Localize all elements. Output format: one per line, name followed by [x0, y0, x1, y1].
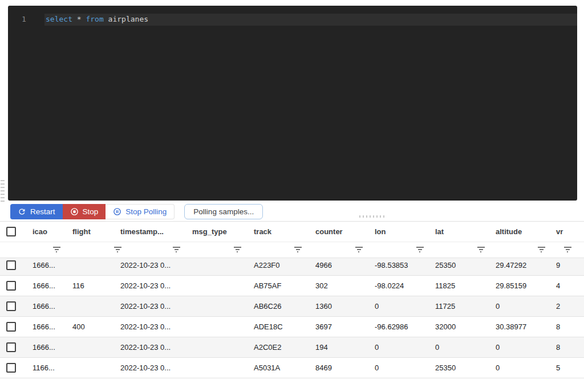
row-checkbox[interactable]	[6, 260, 16, 270]
column-header-lon[interactable]: lon	[368, 227, 429, 236]
filter-icon[interactable]	[294, 247, 302, 253]
cell-vr: 5	[550, 364, 584, 372]
table-row: 1666...2022-10-23 0...A2C0E21940008	[0, 337, 584, 358]
cell-lat: 11725	[429, 302, 489, 311]
cell-track: A223F0	[248, 261, 309, 270]
cell-lon: -96.62986	[368, 322, 429, 331]
sql-editor[interactable]: 1 select * from airplanes	[8, 6, 577, 201]
editor-code-line: select * from airplanes	[46, 14, 148, 25]
row-checkbox-cell	[0, 260, 26, 270]
cell-counter: 4966	[309, 261, 368, 270]
cell-flight: 400	[66, 322, 114, 331]
row-checkbox[interactable]	[6, 363, 16, 373]
cell-altitude: 30.38977	[489, 322, 550, 331]
cell-vr: 8	[550, 343, 584, 352]
row-checkbox[interactable]	[6, 322, 16, 332]
cell-lon: 0	[368, 364, 429, 372]
polling-samples-button[interactable]: Polling samples...	[184, 204, 263, 219]
sql-operator-star: *	[77, 15, 82, 23]
cell-lat: 0	[429, 343, 489, 352]
restart-button-label: Restart	[30, 207, 55, 216]
cell-counter: 194	[309, 343, 368, 352]
filter-icon[interactable]	[233, 247, 241, 253]
sql-query-tool: 1 select * from airplanes Restart Stop S…	[0, 0, 584, 392]
cell-track: A2C0E2	[248, 343, 309, 352]
row-checkbox[interactable]	[6, 281, 16, 291]
cell-counter: 302	[309, 281, 368, 290]
cell-timestamp: 2022-10-23 0...	[114, 364, 186, 372]
table-header-row: icaoflighttimestamp...msg_typetrackcount…	[0, 222, 584, 242]
table-row: 1666...1162022-10-23 0...AB75AF302-98.02…	[0, 276, 584, 296]
cell-track: AB75AF	[248, 281, 309, 290]
editor-line-number: 1	[8, 14, 40, 25]
cell-vr: 8	[550, 322, 584, 331]
cell-track: ADE18C	[248, 322, 309, 331]
cell-altitude: 0	[489, 364, 550, 372]
horizontal-drag-handle[interactable]	[359, 215, 386, 218]
row-checkbox[interactable]	[6, 301, 16, 311]
filter-icon[interactable]	[537, 247, 545, 253]
column-header-flight[interactable]: flight	[66, 227, 114, 236]
cell-icao: 1666...	[26, 322, 66, 331]
stop-button[interactable]: Stop	[63, 204, 106, 219]
cell-lat: 25350	[429, 364, 489, 372]
restart-button[interactable]: Restart	[10, 204, 63, 219]
column-header-counter[interactable]: counter	[309, 227, 368, 236]
filter-icon[interactable]	[477, 247, 485, 253]
row-checkbox-cell	[0, 322, 26, 332]
stop-polling-button-label: Stop Polling	[125, 207, 167, 216]
row-checkbox-cell	[0, 342, 26, 352]
filter-icon[interactable]	[172, 247, 180, 253]
cell-altitude: 0	[489, 343, 550, 352]
cell-icao: 1666...	[26, 281, 66, 290]
cell-lat: 32000	[429, 322, 489, 331]
row-checkbox-cell	[0, 281, 26, 291]
cell-altitude: 29.47292	[489, 261, 550, 270]
cell-icao: 1666...	[26, 343, 66, 352]
toolbar: Restart Stop Stop Polling Polling sample…	[10, 204, 263, 219]
row-checkbox[interactable]	[6, 342, 16, 352]
filter-icon[interactable]	[416, 247, 424, 253]
column-header-timestamp[interactable]: timestamp...	[114, 227, 186, 236]
filter-icon[interactable]	[563, 247, 571, 253]
cell-lat: 11825	[429, 281, 489, 290]
cell-timestamp: 2022-10-23 0...	[114, 261, 186, 270]
header-checkbox-cell	[0, 227, 26, 236]
stop-circle-icon	[70, 207, 79, 216]
stop-button-label: Stop	[83, 207, 99, 216]
cell-flight: 116	[66, 281, 114, 290]
row-checkbox-cell	[0, 301, 26, 311]
column-header-icao[interactable]: icao	[26, 227, 66, 236]
column-header-altitude[interactable]: altitude	[489, 227, 550, 236]
refresh-icon	[18, 207, 26, 216]
results-table: icaoflighttimestamp...msg_typetrackcount…	[0, 221, 584, 392]
column-header-msg-type[interactable]: msg_type	[186, 227, 248, 236]
filter-icon[interactable]	[355, 247, 363, 253]
table-body: 1666...2022-10-23 0...A223F04966-98.5385…	[0, 258, 584, 378]
cell-lon: -98.53853	[368, 261, 429, 270]
cell-altitude: 0	[489, 302, 550, 311]
pause-circle-icon	[113, 207, 121, 216]
sql-keyword-select: select	[46, 15, 72, 23]
cell-icao: 1666...	[26, 261, 66, 270]
cell-vr: 4	[550, 281, 584, 290]
column-header-track[interactable]: track	[248, 227, 309, 236]
cell-lon: -98.0224	[368, 281, 429, 290]
filter-icon[interactable]	[52, 247, 60, 253]
table-row: 1666...2022-10-23 0...AB6C26136001172502	[0, 296, 584, 317]
cell-lon: 0	[368, 302, 429, 311]
column-header-vr[interactable]: vr	[550, 227, 584, 236]
cell-vr: 9	[550, 261, 584, 270]
cell-icao: 1166...	[26, 364, 66, 372]
stop-polling-button[interactable]: Stop Polling	[106, 204, 175, 219]
column-header-lat[interactable]: lat	[429, 227, 489, 236]
cell-icao: 1666...	[26, 302, 66, 311]
vertical-drag-handle[interactable]	[1, 180, 5, 202]
filter-row	[0, 242, 584, 258]
cell-counter: 8469	[309, 364, 368, 372]
cell-lat: 25350	[429, 261, 489, 270]
table-row: 1666...4002022-10-23 0...ADE18C3697-96.6…	[0, 317, 584, 337]
select-all-checkbox[interactable]	[6, 227, 16, 236]
cell-timestamp: 2022-10-23 0...	[114, 343, 186, 352]
filter-icon[interactable]	[113, 247, 121, 253]
